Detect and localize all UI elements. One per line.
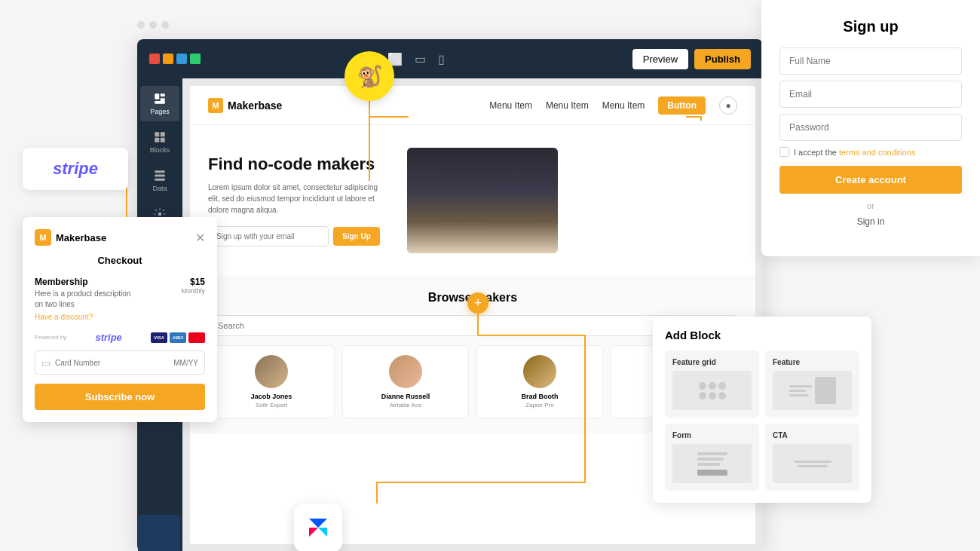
toolbar-actions: Preview Publish bbox=[632, 49, 751, 69]
membership-desc-2: on two lines bbox=[35, 299, 130, 310]
maker-card-jacob[interactable]: Jacob Jones Softr Expert bbox=[208, 345, 335, 418]
window-dots bbox=[137, 21, 169, 29]
block-preview-cta bbox=[773, 444, 852, 483]
logo-sq-blue bbox=[176, 54, 187, 64]
add-block-title: Add Block bbox=[665, 329, 859, 341]
publish-button[interactable]: Publish bbox=[694, 49, 751, 69]
terms-prefix: I accept the bbox=[794, 148, 839, 157]
stripe-logo-row: M Makerbase bbox=[35, 229, 106, 246]
subscribe-now-button[interactable]: Subscribe now bbox=[35, 384, 205, 410]
preview-button[interactable]: Preview bbox=[632, 49, 688, 69]
mobile-icon[interactable]: ▯ bbox=[438, 52, 445, 66]
svg-rect-4 bbox=[155, 132, 159, 136]
svg-rect-0 bbox=[155, 93, 159, 99]
framer-bubble bbox=[294, 504, 342, 551]
maker-card-dianne[interactable]: Dianne Russell Airtable Ace bbox=[342, 345, 469, 418]
fp-cta-line bbox=[794, 461, 831, 463]
nav-cta-button[interactable]: Button bbox=[658, 96, 706, 115]
fp-dot bbox=[699, 392, 706, 399]
fp-dot bbox=[699, 382, 706, 390]
visa-icon: VISA bbox=[151, 332, 167, 343]
card-number-input[interactable] bbox=[55, 359, 161, 367]
mailchimp-bubble: 🐒 bbox=[345, 51, 394, 101]
fp-lines bbox=[789, 385, 812, 396]
hero-signup-button[interactable]: Sign Up bbox=[333, 227, 380, 246]
plus-button[interactable]: + bbox=[467, 292, 488, 314]
sidebar-item-blocks[interactable]: Blocks bbox=[140, 124, 179, 160]
fp-cta-line bbox=[798, 465, 828, 467]
create-account-button[interactable]: Create account bbox=[779, 166, 962, 194]
svg-rect-1 bbox=[161, 93, 165, 96]
discount-link[interactable]: Have a discount? bbox=[35, 313, 205, 321]
hero-email-input[interactable] bbox=[208, 226, 329, 246]
site-brand-name: Makerbase bbox=[228, 99, 282, 112]
nav-link-1[interactable]: Menu Item bbox=[489, 100, 532, 111]
signup-checkbox-row: I accept the terms and conditions bbox=[779, 147, 962, 157]
logo-sq-green bbox=[190, 54, 201, 64]
stripe-brand-name: Makerbase bbox=[56, 232, 106, 243]
signup-signin[interactable]: Sign in bbox=[779, 216, 962, 227]
signup-password-input[interactable] bbox=[779, 114, 962, 141]
svg-marker-14 bbox=[318, 528, 327, 537]
stripe-floating-logo: stripe bbox=[53, 159, 98, 179]
signup-email-input[interactable] bbox=[779, 81, 962, 108]
sidebar-item-data[interactable]: Data bbox=[140, 163, 179, 198]
fp-line bbox=[789, 390, 806, 392]
blue-decoration bbox=[138, 515, 180, 551]
powered-by-text: Powered by bbox=[35, 334, 66, 341]
fp-img-placeholder bbox=[815, 377, 836, 404]
mastercard-icon bbox=[188, 332, 205, 343]
maker-role-brad: Zapier Pro bbox=[486, 402, 593, 409]
fp-cta bbox=[794, 461, 831, 467]
toolbar-logo bbox=[149, 54, 201, 64]
block-preview-feature-grid bbox=[672, 371, 752, 410]
price-period: Monthly bbox=[181, 287, 205, 295]
block-card-feature[interactable]: Feature bbox=[765, 350, 859, 418]
svg-rect-10 bbox=[155, 179, 165, 181]
stripe-panel-header: M Makerbase ✕ bbox=[35, 229, 205, 246]
tablet-icon[interactable]: ▭ bbox=[415, 52, 426, 66]
blocks-label: Blocks bbox=[150, 146, 170, 154]
block-card-cta[interactable]: CTA bbox=[765, 424, 859, 491]
signup-full-name-input[interactable] bbox=[779, 47, 962, 75]
pages-label: Pages bbox=[150, 108, 170, 115]
close-button[interactable]: ✕ bbox=[195, 231, 205, 245]
signup-or: or bbox=[779, 201, 962, 210]
fp-form-line bbox=[697, 463, 720, 466]
fp-form-btn bbox=[697, 470, 727, 476]
terms-link[interactable]: terms and conditions bbox=[839, 148, 916, 157]
svg-rect-8 bbox=[155, 170, 165, 173]
blocks-icon bbox=[153, 130, 167, 144]
site-logo: M Makerbase bbox=[208, 98, 282, 113]
window-dot-3 bbox=[161, 21, 169, 29]
nav-link-3[interactable]: Menu Item bbox=[602, 100, 645, 111]
fp-line bbox=[789, 394, 809, 396]
signup-panel: Sign up I accept the terms and condition… bbox=[761, 0, 980, 256]
maker-avatar-jacob bbox=[255, 355, 288, 388]
pages-icon bbox=[153, 92, 167, 106]
toolbar-devices: ⬜ ▭ ▯ bbox=[387, 52, 445, 66]
card-expiry-input[interactable] bbox=[161, 359, 198, 367]
stripe-m-icon: M bbox=[35, 229, 51, 246]
fp-feature bbox=[789, 377, 836, 404]
fp-dot bbox=[709, 382, 716, 390]
site-logo-icon: M bbox=[208, 98, 223, 113]
signup-checkbox[interactable] bbox=[779, 147, 789, 157]
hero-text: Find no-code makers Lorem ipsum dolor si… bbox=[208, 155, 389, 246]
sidebar-item-pages[interactable]: Pages bbox=[140, 86, 179, 121]
data-label: Data bbox=[152, 185, 167, 192]
data-icon bbox=[153, 169, 167, 182]
block-card-form[interactable]: Form bbox=[665, 424, 759, 491]
maker-card-brad[interactable]: Brad Booth Zapier Pro bbox=[476, 345, 603, 418]
membership-row: Membership Here is a product description… bbox=[35, 277, 205, 310]
block-card-feature-grid[interactable]: Feature grid bbox=[665, 350, 759, 418]
card-input-row: ▭ bbox=[35, 350, 205, 375]
card-input-icon: ▭ bbox=[41, 357, 51, 369]
nav-link-2[interactable]: Menu Item bbox=[546, 100, 589, 111]
block-card-label-feature: Feature bbox=[773, 358, 852, 366]
fp-line bbox=[789, 385, 812, 387]
site-nav: M Makerbase Menu Item Menu Item Menu Ite… bbox=[190, 86, 755, 125]
maker-avatar-dianne bbox=[389, 355, 422, 388]
nav-user-icon[interactable]: ● bbox=[719, 96, 737, 115]
add-block-panel: Add Block Feature grid Feature bbox=[653, 317, 871, 503]
